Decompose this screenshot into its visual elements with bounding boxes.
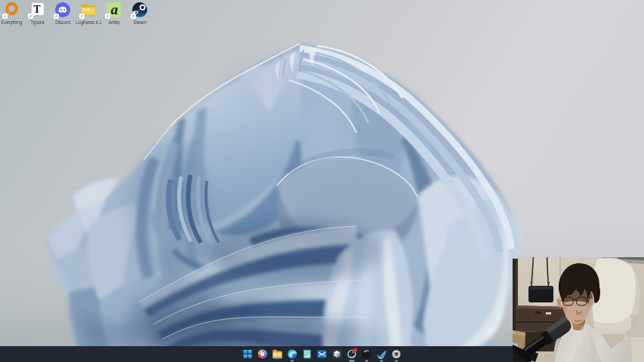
svg-text:T: T [33,4,41,15]
svg-text:a: a [111,2,119,17]
